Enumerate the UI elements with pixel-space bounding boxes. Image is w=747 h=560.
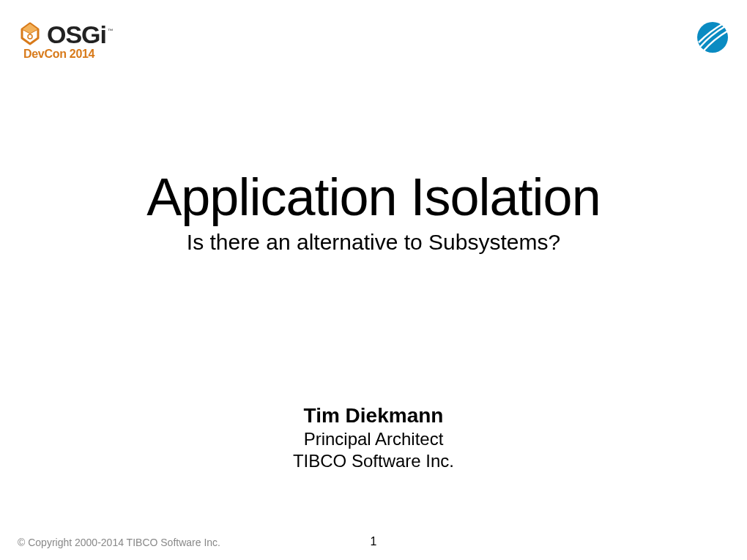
author-company: TIBCO Software Inc. [0,451,747,471]
copyright-text: © Copyright 2000-2014 TIBCO Software Inc… [18,537,220,548]
page-number: 1 [371,535,377,548]
osgi-logo-row: OSGi™ [18,20,111,49]
presentation-subtitle: Is there an alternative to Subsystems? [0,230,747,255]
osgi-brand-text: OSGi™ [47,20,111,49]
osgi-logo-icon [18,22,42,48]
author-block: Tim Diekmann Principal Architect TIBCO S… [0,404,747,471]
slide: OSGi™ DevCon 2014 Application Isolation … [0,0,747,560]
title-block: Application Isolation Is there an altern… [0,167,747,255]
author-role: Principal Architect [0,429,747,449]
svg-point-0 [28,34,32,39]
brand-primary-text: OSGi [47,20,106,48]
tibco-logo [696,20,729,57]
presentation-title: Application Isolation [0,167,747,227]
osgi-devcon-logo: OSGi™ DevCon 2014 [18,20,111,61]
author-name: Tim Diekmann [0,404,747,428]
tibco-globe-icon [696,44,729,56]
devcon-subtext: DevCon 2014 [23,48,94,61]
trademark-symbol: ™ [108,28,113,34]
